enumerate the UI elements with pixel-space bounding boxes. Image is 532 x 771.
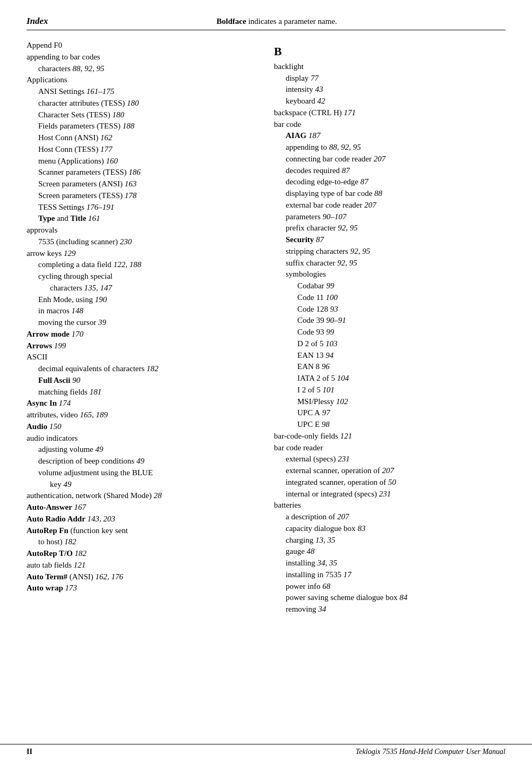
list-item: capacity dialogue box 83 [286, 523, 505, 535]
entry-text: key [50, 480, 62, 489]
list-item: in macros 148 [38, 305, 258, 317]
page-ref: 180 [125, 99, 139, 107]
entry-text: description of beep conditions [38, 457, 134, 465]
page-ref: 207 [380, 466, 394, 475]
entry-text: Auto Radio Addr [27, 515, 85, 523]
list-item: Audio 150 [27, 421, 258, 433]
list-item: Code 11 100 [297, 292, 505, 304]
list-item: power info 68 [286, 581, 505, 593]
entry-text: external bar code reader [286, 201, 363, 209]
entry-text: power saving scheme dialogue box [286, 593, 398, 602]
entry-text: volume adjustment using the BLUE [38, 468, 153, 477]
entry-text: Arrows [27, 341, 52, 350]
list-item: external bar code reader 207 [286, 200, 505, 211]
page-ref: 43 [313, 85, 323, 93]
entry-text: AutoRep T/O [27, 549, 73, 558]
entry-text: Async In [27, 399, 57, 407]
entry-text: Auto-Answer [27, 503, 72, 511]
page-ref: 188 [121, 122, 134, 130]
entry-text: Code 39 [297, 316, 324, 324]
page-ref: 161 [86, 214, 100, 222]
list-item: Append F0 [27, 40, 258, 52]
entry-text: menu (Applications) [38, 157, 104, 165]
header-index-label: Index [27, 16, 48, 27]
page-ref: 102 [334, 397, 348, 406]
entry-text: Auto Term# [27, 572, 67, 581]
bold-text2: Title [71, 214, 87, 222]
list-item: description of beep conditions 49 [38, 456, 258, 467]
page-ref: 135, 147 [82, 284, 112, 292]
list-item: display 77 [286, 73, 505, 84]
entry-text: Full Ascii [38, 376, 70, 384]
entry-text: characters [50, 284, 82, 292]
entry-text: bar code reader [274, 443, 323, 452]
entry-text: Screen parameters (ANSI) [38, 179, 123, 188]
list-item: internal or integrated (specs) 231 [286, 489, 505, 500]
list-item: I 2 of 5 101 [297, 384, 505, 396]
list-item: AIAG 187 [286, 130, 505, 142]
list-item: Code 39 90–91 [297, 315, 505, 327]
entry-text: display [286, 74, 308, 82]
list-item: symbologies [286, 269, 505, 280]
page-header: Index Boldface indicates a parameter nam… [27, 16, 505, 30]
list-item: Screen parameters (TESS) 178 [38, 190, 258, 202]
page-ref: 34, 35 [315, 559, 337, 567]
entry-text: bar-code-only fields [274, 432, 338, 440]
page-ref: 167 [72, 503, 86, 511]
entry-text: arrow keys [27, 249, 62, 258]
entry-text: decoding edge-to-edge [286, 177, 358, 186]
page-ref: 97 [320, 408, 330, 417]
header-boldface: Boldface [217, 17, 246, 25]
entry-text: external (specs) [286, 455, 336, 463]
page-ref: 199 [52, 341, 66, 350]
list-item: external (specs) 231 [286, 453, 505, 465]
entry-text: symbologies [286, 270, 326, 278]
page-ref: 83 [356, 524, 366, 533]
list-item: decodes required 87 [286, 165, 505, 177]
page-ref: 49 [93, 445, 104, 453]
list-item: ASCII [27, 352, 258, 363]
list-item: authentication, network (Shared Mode) 28 [27, 490, 258, 502]
list-item: moving the cursor 39 [38, 317, 258, 329]
col-left: Append F0appending to bar codescharacter… [27, 40, 258, 615]
page-ref: 93 [328, 305, 338, 313]
page-ref: 39 [96, 318, 106, 327]
list-item: bar code reader [274, 442, 505, 454]
entry-text: charging [286, 536, 313, 544]
list-item: characters 135, 147 [50, 282, 258, 294]
entry-text: Host Conn (TESS) [38, 145, 98, 153]
page-ref: 87 [358, 177, 368, 186]
list-item: AutoRep T/O 182 [27, 548, 258, 560]
entry-text: moving the cursor [38, 318, 96, 327]
page-ref: 177 [98, 145, 112, 153]
list-item: adjusting volume 49 [38, 444, 258, 456]
list-item: displaying type of bar code 88 [286, 188, 505, 200]
list-item: prefix character 92, 95 [286, 222, 505, 234]
page-ref: 181 [88, 388, 101, 396]
entry-text: backspace (CTRL H) [274, 108, 342, 117]
page-ref: 96 [320, 362, 330, 371]
entry-text: AIAG [286, 131, 306, 140]
list-item: installing in 7535 17 [286, 569, 505, 581]
header-indicates: indicates a parameter name. [246, 17, 337, 25]
list-item: appending to bar codes [27, 52, 258, 63]
list-item: Code 128 93 [297, 304, 505, 315]
list-item: charging 13, 35 [286, 535, 505, 546]
entry-text: UPC E [297, 420, 320, 429]
list-item: Applications [27, 74, 258, 86]
page-ref: 90 [70, 376, 80, 384]
page-ref: 99 [324, 328, 334, 336]
page-ref: 90–91 [324, 316, 346, 324]
page-ref: 104 [335, 374, 349, 382]
bold-text: AutoRep Fn [27, 526, 68, 535]
entry-text: audio indicators [27, 434, 78, 442]
list-item: B [274, 43, 505, 60]
entry-text: prefix character [286, 224, 336, 232]
entry-text: to host) [38, 537, 62, 546]
list-item: Fields parameters (TESS) 188 [38, 121, 258, 132]
entry-text: Applications [27, 75, 67, 84]
list-item: decimal equivalents of characters 182 [38, 363, 258, 375]
page-ref: 207 [363, 201, 376, 209]
list-item: batteries [274, 500, 505, 511]
entry-text: batteries [274, 501, 301, 509]
